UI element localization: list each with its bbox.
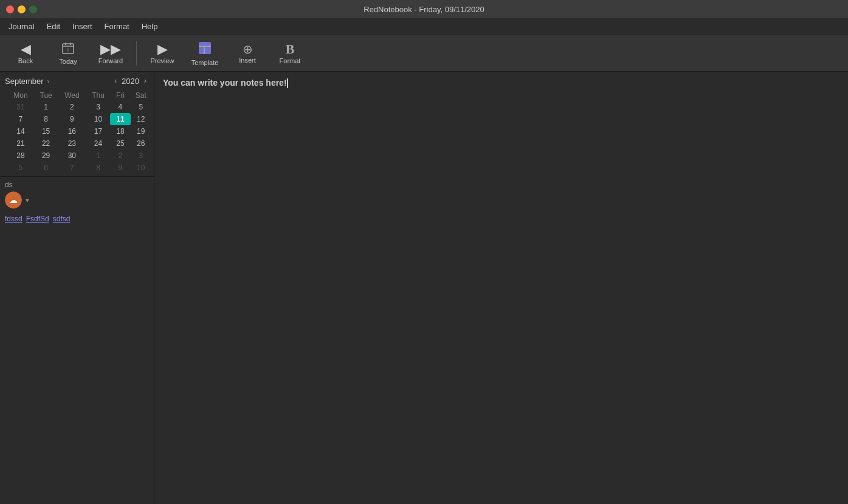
menubar: Journal Edit Insert Format Help <box>0 18 848 35</box>
calendar-day[interactable] <box>2 150 7 162</box>
calendar-day[interactable]: 2 <box>58 101 86 113</box>
toolbar-separator-1 <box>136 41 137 66</box>
calendar-day[interactable]: 14 <box>7 125 35 137</box>
weekday-tue: Tue <box>34 90 58 101</box>
weekday-mon: Mon <box>7 90 35 101</box>
weekday-header-row: Mon Tue Wed Thu Fri Sat <box>2 90 151 101</box>
calendar-day[interactable]: 23 <box>58 137 86 150</box>
back-button[interactable]: ◀ Back <box>6 38 45 69</box>
calendar-day[interactable]: 9 <box>110 162 130 174</box>
today-icon: T <box>61 41 75 57</box>
format-label: Format <box>280 57 301 64</box>
calendar-day[interactable]: 29 <box>34 150 58 162</box>
calendar-day[interactable]: 28 <box>7 150 35 162</box>
calendar-day[interactable]: 26 <box>131 137 152 150</box>
forward-label: Forward <box>98 57 123 64</box>
weekday-fri: Fri <box>110 90 130 101</box>
tag-cloud-area: ☁ ▼ <box>5 192 149 209</box>
calendar-day[interactable]: 6 <box>34 162 58 174</box>
menu-edit[interactable]: Edit <box>41 19 66 33</box>
calendar-day[interactable]: 15 <box>34 125 58 137</box>
calendar-day[interactable]: 21 <box>7 137 35 150</box>
preview-icon: ▶ <box>157 43 168 56</box>
today-button[interactable]: T Today <box>49 38 88 69</box>
tags-section-title: ds <box>5 181 149 189</box>
menu-format[interactable]: Format <box>98 19 136 33</box>
calendar-day[interactable]: 12 <box>131 113 152 125</box>
calendar-day[interactable] <box>2 137 7 150</box>
year-label: 2020 <box>122 77 139 86</box>
today-label: Today <box>59 58 77 65</box>
menu-insert[interactable]: Insert <box>66 19 98 33</box>
tag-cloud-icon[interactable]: ☁ <box>5 192 22 209</box>
calendar: Mon Tue Wed Thu Fri Sat 3112345789101112… <box>0 90 154 176</box>
back-label: Back <box>18 57 33 64</box>
calendar-day[interactable]: 3 <box>131 150 152 162</box>
calendar-day[interactable]: 31 <box>7 101 35 113</box>
calendar-day[interactable]: 25 <box>110 137 130 150</box>
calendar-day[interactable]: 1 <box>34 101 58 113</box>
calendar-day[interactable]: 24 <box>86 137 111 150</box>
calendar-day[interactable] <box>2 101 7 113</box>
calendar-day[interactable]: 3 <box>86 101 111 113</box>
calendar-day[interactable]: 9 <box>58 113 86 125</box>
main-area: September › ‹ 2020 › Mon Tue Wed Thu <box>0 72 848 504</box>
minimize-button[interactable] <box>18 5 26 13</box>
calendar-day[interactable]: 7 <box>7 113 35 125</box>
calendar-table: Mon Tue Wed Thu Fri Sat 3112345789101112… <box>2 90 151 174</box>
tag-fdssd[interactable]: fdssd <box>5 215 22 223</box>
tag-cloud-dropdown[interactable]: ▼ <box>24 197 30 204</box>
calendar-day[interactable]: 16 <box>58 125 86 137</box>
week-num-header <box>2 90 7 101</box>
preview-button[interactable]: ▶ Preview <box>143 38 182 69</box>
calendar-day[interactable]: 19 <box>131 125 152 137</box>
next-year-arrow[interactable]: › <box>142 75 149 86</box>
calendar-day[interactable]: 30 <box>58 150 86 162</box>
nav-next-month[interactable]: › <box>47 77 49 86</box>
editor-area[interactable]: You can write your notes here! <box>154 72 848 504</box>
calendar-day[interactable]: 18 <box>110 125 130 137</box>
calendar-day[interactable] <box>2 125 7 137</box>
format-icon: B <box>286 43 295 56</box>
editor-content: You can write your notes here! <box>163 78 839 88</box>
calendar-day[interactable]: 7 <box>58 162 86 174</box>
menu-help[interactable]: Help <box>136 19 164 33</box>
calendar-day[interactable]: 8 <box>86 162 111 174</box>
close-button[interactable] <box>6 5 14 13</box>
calendar-day[interactable]: 10 <box>86 113 111 125</box>
format-button[interactable]: B Format <box>271 38 309 69</box>
calendar-day[interactable]: 11 <box>110 113 130 125</box>
calendar-day[interactable]: 2 <box>110 150 130 162</box>
calendar-day[interactable]: 1 <box>86 150 111 162</box>
tags-list: fdssd FsdfSd sdfsd <box>0 212 154 226</box>
calendar-body: 3112345789101112141516171819212223242526… <box>2 101 151 174</box>
tag-fsdfsd[interactable]: FsdfSd <box>26 215 49 223</box>
tag-sdfsd[interactable]: sdfsd <box>53 215 71 223</box>
calendar-day[interactable]: 8 <box>34 113 58 125</box>
forward-button[interactable]: ▶▶ Forward <box>91 38 130 69</box>
calendar-day[interactable] <box>2 113 7 125</box>
maximize-button[interactable] <box>29 5 37 13</box>
editor-text: You can write your notes here! <box>163 78 287 88</box>
calendar-day[interactable]: 17 <box>86 125 111 137</box>
calendar-day[interactable]: 5 <box>7 162 35 174</box>
calendar-week-row: 282930123 <box>2 150 151 162</box>
back-icon: ◀ <box>21 43 31 56</box>
insert-icon: ⊕ <box>243 43 253 55</box>
prev-year-arrow[interactable]: ‹ <box>112 75 119 86</box>
calendar-day[interactable]: 10 <box>131 162 152 174</box>
template-button[interactable]: Template <box>185 38 224 69</box>
calendar-day[interactable]: 5 <box>131 101 152 113</box>
toolbar: ◀ Back T Today ▶▶ Forward ▶ Preview <box>0 35 848 72</box>
insert-button[interactable]: ⊕ Insert <box>228 38 267 69</box>
tags-section: ds ☁ ▼ <box>0 176 154 212</box>
year-area: ‹ 2020 › <box>112 75 149 86</box>
svg-text:T: T <box>67 48 70 52</box>
titlebar: RedNotebook - Friday, 09/11/2020 <box>0 0 848 18</box>
calendar-day[interactable]: 22 <box>34 137 58 150</box>
menu-journal[interactable]: Journal <box>2 19 41 33</box>
forward-icon: ▶▶ <box>100 43 121 56</box>
calendar-day[interactable] <box>2 162 7 174</box>
calendar-day[interactable]: 4 <box>110 101 130 113</box>
weekday-wed: Wed <box>58 90 86 101</box>
